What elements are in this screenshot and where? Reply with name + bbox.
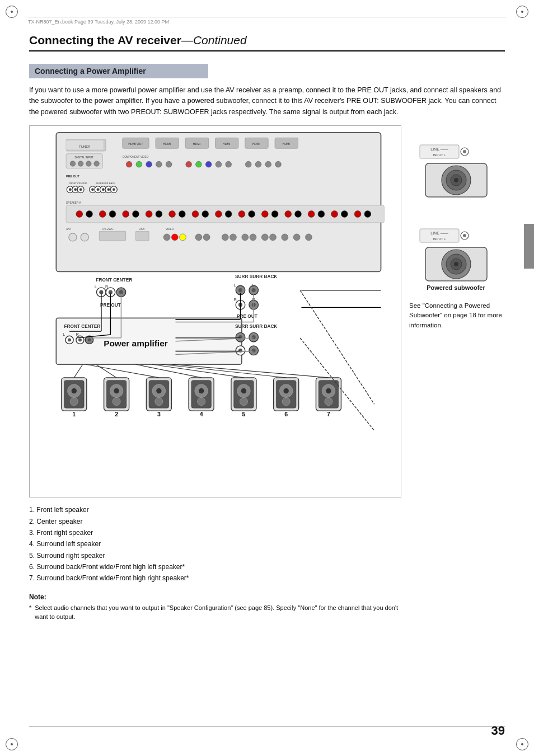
svg-text:INPUT L: INPUT L (433, 237, 446, 241)
svg-point-65 (133, 211, 139, 218)
svg-point-73 (225, 211, 232, 218)
svg-line-215 (135, 364, 201, 378)
svg-point-26 (156, 161, 162, 167)
svg-point-28 (186, 161, 192, 167)
svg-point-62 (99, 211, 106, 218)
svg-point-123 (238, 288, 242, 292)
svg-point-173 (72, 388, 77, 393)
main-content: Connecting the AV receiver—Continued Con… (29, 34, 505, 722)
svg-point-79 (295, 211, 302, 218)
svg-point-179 (114, 388, 119, 393)
svg-point-106 (293, 234, 300, 241)
svg-point-27 (166, 161, 172, 167)
svg-point-45 (79, 188, 82, 191)
svg-text:CENTER: CENTER (77, 182, 87, 185)
bottom-rule (29, 726, 505, 727)
svg-point-77 (271, 211, 278, 218)
svg-point-31 (216, 161, 222, 167)
svg-point-69 (179, 211, 185, 218)
svg-point-85 (364, 211, 371, 218)
svg-text:4: 4 (200, 411, 203, 417)
svg-point-174 (70, 398, 78, 406)
svg-text:L: L (95, 285, 97, 289)
svg-text:LINE ——: LINE —— (430, 231, 448, 235)
note-title: Note: (29, 593, 401, 601)
svg-line-218 (172, 364, 329, 378)
svg-text:TUNER: TUNER (79, 145, 90, 148)
speaker-item-6: 6. Surround back/Front wide/Front high l… (29, 561, 401, 572)
svg-point-66 (146, 211, 152, 218)
svg-point-72 (216, 211, 222, 218)
svg-point-198 (240, 398, 247, 406)
diagram-left: TUNER HDMI OUT HDMI HDMI HDMI (29, 125, 401, 622)
svg-text:DIGITAL INPUT: DIGITAL INPUT (74, 156, 93, 159)
svg-point-87 (69, 233, 77, 241)
svg-point-146 (68, 339, 71, 342)
file-header-text: TX-NR807_En.book Page 39 Tuesday, July 2… (28, 19, 169, 25)
svg-point-81 (318, 211, 325, 218)
svg-line-214 (86, 364, 159, 378)
speaker-item-5: 5. Surround right speaker (29, 550, 401, 561)
file-header: TX-NR807_En.book Page 39 Tuesday, July 2… (28, 17, 506, 25)
svg-point-186 (155, 398, 163, 406)
speaker-item-7: 7. Surround back/Front wide/Front high r… (29, 572, 401, 584)
svg-point-125 (252, 288, 256, 292)
svg-text:L: L (234, 283, 236, 288)
svg-text:SURR   SURR BACK: SURR SURR BACK (235, 274, 277, 279)
svg-point-20 (86, 161, 91, 166)
subwoofer-1-svg: LINE —— INPUT L (414, 142, 498, 198)
svg-text:3: 3 (157, 411, 161, 417)
svg-point-29 (196, 161, 202, 167)
svg-point-33 (245, 161, 251, 167)
subwoofer-1-container: LINE —— INPUT L (414, 142, 498, 198)
svg-text:FRONT  CENTER: FRONT CENTER (96, 278, 132, 283)
svg-point-98 (203, 234, 210, 241)
svg-point-60 (76, 211, 83, 218)
svg-text:VIDEO: VIDEO (166, 228, 174, 231)
svg-point-100 (230, 234, 237, 241)
svg-text:PRE OUT: PRE OUT (66, 175, 79, 178)
svg-point-68 (169, 211, 176, 218)
svg-point-51 (97, 188, 100, 191)
svg-point-204 (282, 398, 290, 406)
svg-point-25 (146, 161, 152, 167)
svg-point-61 (86, 211, 93, 218)
svg-point-235 (463, 234, 466, 237)
svg-line-213 (96, 364, 116, 378)
svg-point-225 (463, 150, 466, 153)
svg-point-105 (282, 234, 288, 241)
diagram-area: TUNER HDMI OUT HDMI HDMI HDMI (29, 125, 505, 622)
corner-mark-bl (6, 738, 18, 750)
speaker-item-3: 3. Front right speaker (29, 527, 401, 538)
svg-rect-90 (99, 231, 125, 241)
svg-text:PRE OUT: PRE OUT (237, 314, 257, 319)
svg-text:HDMI: HDMI (223, 142, 231, 145)
svg-point-84 (354, 211, 361, 218)
page-title: Connecting the AV receiver—Continued (29, 34, 505, 51)
svg-text:HDMI: HDMI (163, 142, 171, 145)
subwoofer-label: Powered subwoofer (427, 284, 485, 291)
svg-point-104 (270, 234, 277, 241)
svg-point-63 (109, 211, 116, 218)
main-diagram-svg: TUNER HDMI OUT HDMI HDMI HDMI (29, 125, 401, 497)
svg-point-70 (192, 211, 199, 218)
svg-point-83 (341, 211, 348, 218)
subwoofer-2-container: LINE —— INPUT L Powered subwoofer (414, 226, 498, 291)
svg-point-23 (126, 161, 132, 167)
speaker-list: 1. Front left speaker 2. Center speaker … (29, 504, 401, 584)
svg-point-67 (156, 211, 162, 218)
asterisk-text: Select audio channels that you want to o… (35, 603, 401, 622)
svg-text:FRONT  CENTER: FRONT CENTER (64, 324, 101, 329)
subwoofer-2-svg: LINE —— INPUT L (414, 226, 498, 282)
svg-point-142 (252, 349, 256, 353)
subwoofer-note: See "Connecting a Powered Subwoofer" on … (407, 301, 505, 330)
svg-point-192 (198, 398, 205, 406)
svg-text:6: 6 (284, 411, 288, 417)
svg-point-138 (252, 335, 256, 339)
svg-text:FRONT: FRONT (69, 182, 77, 185)
svg-point-94 (163, 234, 170, 241)
svg-text:RS-232C: RS-232C (102, 228, 114, 231)
body-text: If you want to use a more powerful power… (29, 85, 505, 118)
svg-text:COMPONENT VIDEO: COMPONENT VIDEO (123, 156, 149, 158)
svg-text:5: 5 (242, 411, 245, 417)
